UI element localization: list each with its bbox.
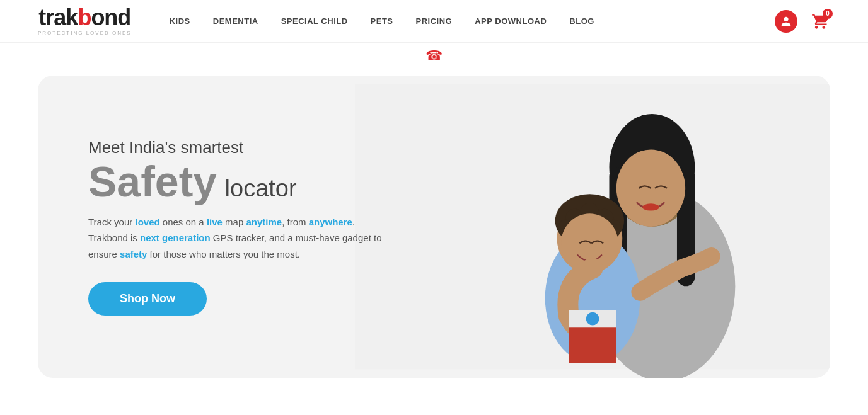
logo-text: trakbond bbox=[38, 6, 130, 29]
nav-blog[interactable]: BLOG bbox=[569, 16, 594, 26]
header-actions: 0 bbox=[775, 10, 830, 33]
nav-pricing[interactable]: PRICING bbox=[416, 16, 453, 26]
shop-now-button[interactable]: Shop Now bbox=[88, 282, 207, 316]
user-icon bbox=[780, 16, 792, 27]
hero-subtitle: Meet India's smartest bbox=[88, 138, 391, 157]
phone-icon[interactable]: ☎ bbox=[425, 48, 443, 64]
hero-title-row: Safety locator bbox=[88, 160, 391, 203]
hero-section: Meet India's smartest Safety locator Tra… bbox=[38, 76, 830, 378]
main-nav: KIDS DEMENTIA SPECIAL CHILD PETS PRICING… bbox=[170, 16, 594, 26]
cart-button[interactable]: 0 bbox=[810, 11, 830, 31]
highlight-anytime: anytime bbox=[246, 217, 282, 227]
nav-dementia[interactable]: DEMENTIA bbox=[213, 16, 258, 26]
svg-point-17 bbox=[586, 312, 600, 326]
phone-bar: ☎ bbox=[0, 43, 868, 69]
user-account-button[interactable] bbox=[775, 10, 797, 33]
highlight-safety: safety bbox=[120, 249, 147, 259]
logo-subtitle: PROTECTING LOVED ONES bbox=[38, 30, 132, 36]
hero-description: Track your loved ones on a live map anyt… bbox=[88, 214, 391, 263]
hero-content: Meet India's smartest Safety locator Tra… bbox=[38, 100, 429, 354]
header: trakbond PROTECTING LOVED ONES KIDS DEME… bbox=[0, 0, 868, 43]
highlight-loved: loved bbox=[135, 217, 159, 227]
svg-point-7 bbox=[642, 203, 659, 210]
highlight-anywhere: anywhere bbox=[309, 217, 352, 227]
nav-app-download[interactable]: APP DOWNLOAD bbox=[475, 16, 547, 26]
nav-special-child[interactable]: SPECIAL CHILD bbox=[281, 16, 348, 26]
nav-pets[interactable]: PETS bbox=[371, 16, 393, 26]
hero-title-big: Safety bbox=[88, 157, 217, 205]
logo[interactable]: trakbond PROTECTING LOVED ONES bbox=[38, 6, 132, 36]
hero-title-small: locator bbox=[225, 175, 297, 202]
highlight-live: live bbox=[207, 217, 223, 227]
nav-kids[interactable]: KIDS bbox=[170, 16, 190, 26]
highlight-next-gen: next generation bbox=[140, 232, 211, 243]
cart-count: 0 bbox=[823, 9, 833, 19]
